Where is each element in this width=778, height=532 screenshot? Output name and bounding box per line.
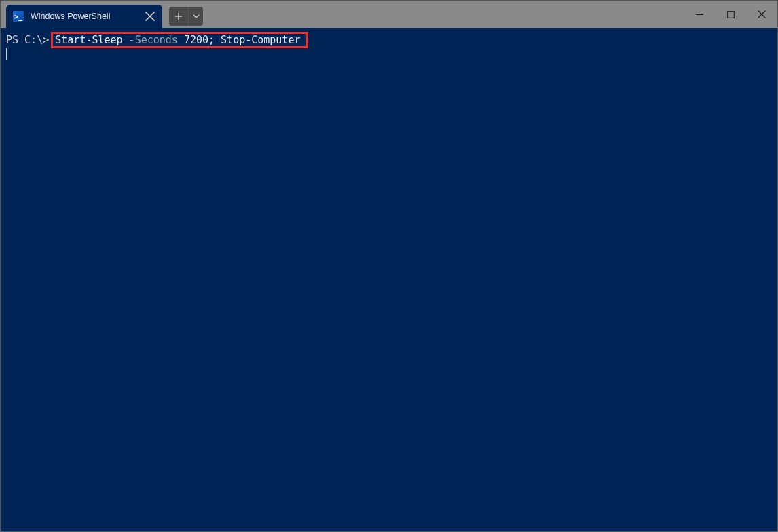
tab-powershell[interactable]: >_ Windows PowerShell	[6, 5, 162, 28]
close-icon	[145, 11, 155, 22]
command-line: PS C:\> Start-Sleep -Seconds 7200; Stop-…	[6, 33, 772, 47]
tab-title: Windows PowerShell	[31, 12, 138, 21]
tab-close-button[interactable]	[145, 11, 155, 22]
terminal-pane[interactable]: PS C:\> Start-Sleep -Seconds 7200; Stop-…	[1, 28, 777, 531]
window-controls	[684, 1, 777, 28]
maximize-button[interactable]	[715, 1, 746, 28]
text-cursor	[6, 48, 7, 60]
cursor-line	[6, 47, 772, 60]
new-tab-group	[162, 1, 203, 28]
tab-area: >_ Windows PowerShell	[1, 1, 162, 28]
command-rest: 7200; Stop-Computer	[178, 34, 301, 46]
powershell-window: >_ Windows PowerShell	[0, 0, 778, 532]
plus-icon	[174, 12, 183, 20]
close-button[interactable]	[746, 1, 777, 28]
maximize-icon	[727, 11, 735, 18]
svg-rect-5	[727, 11, 734, 18]
prompt: PS C:\>	[6, 34, 55, 46]
new-tab-button[interactable]	[169, 7, 188, 26]
tab-dropdown-button[interactable]	[188, 7, 203, 26]
chevron-down-icon	[193, 14, 200, 18]
titlebar[interactable]: >_ Windows PowerShell	[1, 1, 777, 28]
powershell-icon: >_	[13, 11, 24, 22]
command-param: -Seconds	[123, 34, 178, 46]
command-cmdlet: Start-Sleep	[55, 34, 122, 46]
minimize-icon	[696, 11, 703, 18]
close-icon	[758, 10, 766, 18]
minimize-button[interactable]	[684, 1, 715, 28]
